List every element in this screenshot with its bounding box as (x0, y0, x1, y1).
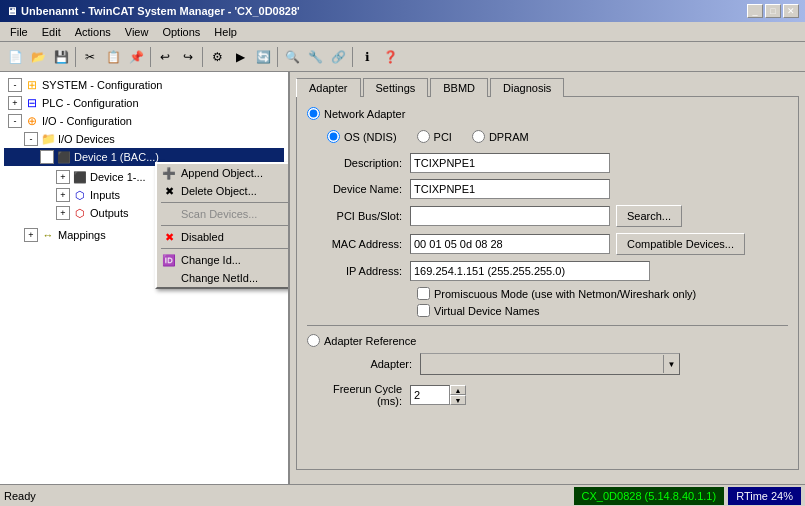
menu-help[interactable]: Help (208, 25, 243, 39)
expand-io[interactable]: - (8, 114, 22, 128)
mac-input[interactable] (410, 234, 610, 254)
pci-input[interactable] (410, 206, 610, 226)
radio-pci-label[interactable]: PCI (417, 130, 452, 143)
status-cx: CX_0D0828 (5.14.8.40.1.1) (574, 487, 725, 505)
tree-label-plc: PLC - Configuration (42, 97, 139, 109)
freerun-input[interactable] (410, 385, 450, 405)
tb-redo[interactable]: ↪ (177, 46, 199, 68)
expand-mappings[interactable]: + (24, 228, 38, 242)
adapter-ref-header: Adapter Reference (307, 334, 788, 347)
device-name-label: Device Name: (307, 183, 402, 195)
tree-view: - ⊞ SYSTEM - Configuration + ⊟ PLC - Con… (0, 72, 288, 248)
ctx-scan[interactable]: Scan Devices... (157, 205, 290, 223)
description-input[interactable] (410, 153, 610, 173)
tree-item-plc[interactable]: + ⊟ PLC - Configuration (4, 94, 284, 112)
device-name-row: Device Name: (307, 179, 788, 199)
tb-link[interactable]: 🔗 (327, 46, 349, 68)
tb-restart[interactable]: 🔄 (252, 46, 274, 68)
virtual-checkbox[interactable] (417, 304, 430, 317)
tb-undo[interactable]: ↩ (154, 46, 176, 68)
menu-actions[interactable]: Actions (69, 25, 117, 39)
tb-copy[interactable]: 📋 (102, 46, 124, 68)
tb-new[interactable]: 📄 (4, 46, 26, 68)
section-divider (307, 325, 788, 326)
mappings-icon: ↔ (40, 227, 56, 243)
freerun-spinner[interactable]: ▲ ▼ (450, 385, 466, 405)
radio-dpram-text: DPRAM (489, 131, 529, 143)
ip-input[interactable] (410, 261, 650, 281)
ctx-changenetid[interactable]: Change NetId... (157, 269, 290, 287)
compatible-devices-button[interactable]: Compatible Devices... (616, 233, 745, 255)
ip-row: IP Address: (307, 261, 788, 281)
ctx-append-label: Append Object... (181, 167, 263, 179)
tb-info[interactable]: ℹ (356, 46, 378, 68)
tb-save[interactable]: 💾 (50, 46, 72, 68)
tb-help[interactable]: ❓ (379, 46, 401, 68)
ctx-disabled-label: Disabled (181, 231, 224, 243)
search-button[interactable]: Search... (616, 205, 682, 227)
radio-dpram-label[interactable]: DPRAM (472, 130, 529, 143)
freerun-label: Freerun Cycle (ms): (307, 383, 402, 407)
title-text: Unbenannt - TwinCAT System Manager - 'CX… (21, 5, 300, 17)
promiscuous-checkbox[interactable] (417, 287, 430, 300)
ctx-delete[interactable]: ✖ Delete Object... (157, 182, 290, 200)
ctx-disabled[interactable]: ✖ Disabled (157, 228, 290, 246)
adapter-label: Adapter: (317, 358, 412, 370)
adapter-combo[interactable]: ▼ (420, 353, 680, 375)
close-button[interactable]: ✕ (783, 4, 799, 18)
expand-system[interactable]: - (8, 78, 22, 92)
left-panel: - ⊞ SYSTEM - Configuration + ⊟ PLC - Con… (0, 72, 290, 484)
main-area: - ⊞ SYSTEM - Configuration + ⊟ PLC - Con… (0, 72, 805, 484)
radio-dpram[interactable] (472, 130, 485, 143)
tree-item-io[interactable]: - ⊕ I/O - Configuration (4, 112, 284, 130)
expand-inputs[interactable]: + (56, 188, 70, 202)
expand-plc[interactable]: + (8, 96, 22, 110)
tree-item-system[interactable]: - ⊞ SYSTEM - Configuration (4, 76, 284, 94)
inputs-icon: ⬡ (72, 187, 88, 203)
radio-adapter-ref[interactable] (307, 334, 320, 347)
tree-label-outputs: Outputs (90, 207, 129, 219)
ctx-changeid[interactable]: 🆔 Change Id... (157, 251, 290, 269)
network-adapter-section: Network Adapter (307, 107, 788, 120)
tab-diagnosis[interactable]: Diagnosis (490, 78, 564, 97)
menu-options[interactable]: Options (156, 25, 206, 39)
tb-config[interactable]: 🔧 (304, 46, 326, 68)
expand-outputs[interactable]: + (56, 206, 70, 220)
tb-paste[interactable]: 📌 (125, 46, 147, 68)
tab-adapter[interactable]: Adapter (296, 78, 361, 97)
ctx-append[interactable]: ➕ Append Object... (157, 164, 290, 182)
right-panel: Adapter Settings BBMD Diagnosis Network … (290, 72, 805, 484)
tb-activate[interactable]: ▶ (229, 46, 251, 68)
expand-device1sub[interactable]: + (56, 170, 70, 184)
tb-open[interactable]: 📂 (27, 46, 49, 68)
adapter-radio-group: OS (NDIS) PCI DPRAM (327, 130, 788, 143)
adapter-combo-row: Adapter: ▼ (317, 353, 788, 375)
tb-build[interactable]: ⚙ (206, 46, 228, 68)
adapter-ref-label: Adapter Reference (324, 335, 416, 347)
expand-io-devices[interactable]: - (24, 132, 38, 146)
device-name-input[interactable] (410, 179, 610, 199)
ctx-scan-label: Scan Devices... (181, 208, 257, 220)
tree-item-io-devices[interactable]: - 📁 I/O Devices (4, 130, 284, 148)
radio-ndis-label[interactable]: OS (NDIS) (327, 130, 397, 143)
combo-arrow-icon[interactable]: ▼ (663, 355, 679, 373)
spin-down-button[interactable]: ▼ (450, 395, 466, 405)
tab-settings[interactable]: Settings (363, 78, 429, 97)
system-icon: ⊞ (24, 77, 40, 93)
tb-scan[interactable]: 🔍 (281, 46, 303, 68)
radio-pci[interactable] (417, 130, 430, 143)
expand-device1[interactable]: - (40, 150, 54, 164)
maximize-button[interactable]: □ (765, 4, 781, 18)
tb-cut[interactable]: ✂ (79, 46, 101, 68)
radio-network-adapter[interactable] (307, 107, 320, 120)
pci-row: PCI Bus/Slot: Search... (307, 205, 788, 227)
tab-bbmd[interactable]: BBMD (430, 78, 488, 97)
spin-up-button[interactable]: ▲ (450, 385, 466, 395)
menu-file[interactable]: File (4, 25, 34, 39)
menu-edit[interactable]: Edit (36, 25, 67, 39)
tree-label-device1sub: Device 1-... (90, 171, 146, 183)
minimize-button[interactable]: _ (747, 4, 763, 18)
menu-view[interactable]: View (119, 25, 155, 39)
adapter-combo-value (421, 354, 663, 374)
radio-ndis[interactable] (327, 130, 340, 143)
